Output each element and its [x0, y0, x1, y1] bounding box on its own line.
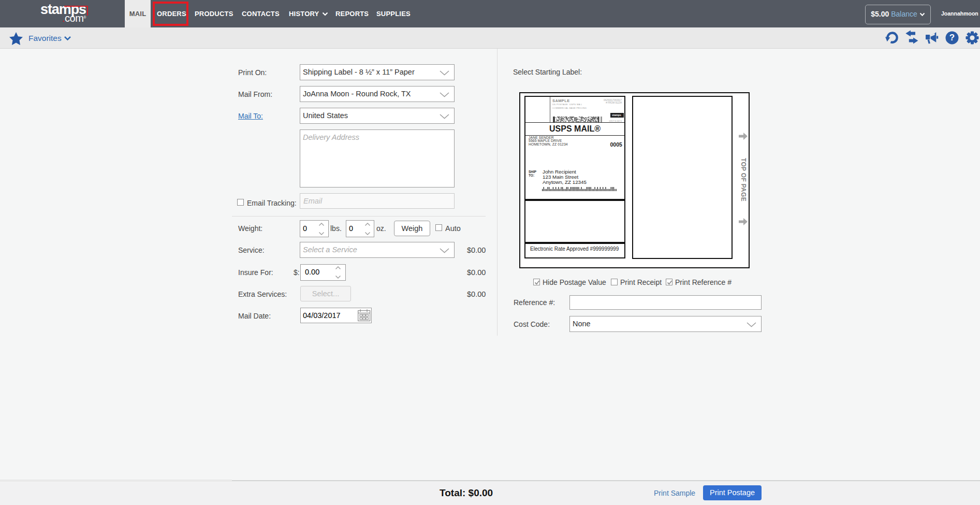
svg-text:?: ? — [949, 33, 955, 42]
